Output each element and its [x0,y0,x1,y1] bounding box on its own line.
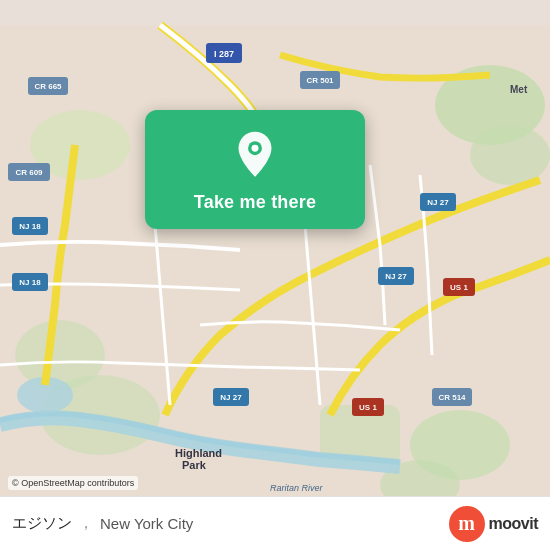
map-background: I 287 CR 665 CR 501 CR 529 CR 609 NJ 27 … [0,0,550,550]
svg-text:Highland: Highland [175,447,222,459]
location-name: エジソン [12,514,72,533]
svg-text:I 287: I 287 [214,49,234,59]
moovit-logo-text: moovit [489,515,538,533]
location-pin-icon [229,130,281,182]
svg-point-6 [15,320,105,390]
svg-text:CR 665: CR 665 [34,82,62,91]
svg-text:Met: Met [510,84,528,95]
svg-point-41 [252,145,259,152]
svg-text:US 1: US 1 [450,283,468,292]
svg-text:NJ 27: NJ 27 [385,272,407,281]
moovit-logo: m moovit [449,506,538,542]
svg-point-2 [470,125,550,185]
svg-text:NJ 27: NJ 27 [220,393,242,402]
map-attribution: © OpenStreetMap contributors [8,476,138,490]
svg-text:US 1: US 1 [359,403,377,412]
location-card: Take me there [145,110,365,229]
svg-text:CR 501: CR 501 [306,76,334,85]
svg-text:Raritan River: Raritan River [270,483,324,493]
location-city: New York City [100,515,193,532]
moovit-logo-mark: m [449,506,485,542]
svg-text:NJ 18: NJ 18 [19,278,41,287]
bottom-bar: エジソン ， New York City m moovit [0,496,550,550]
map-container: I 287 CR 665 CR 501 CR 529 CR 609 NJ 27 … [0,0,550,550]
svg-text:CR 609: CR 609 [15,168,43,177]
svg-text:CR 514: CR 514 [438,393,466,402]
svg-text:NJ 18: NJ 18 [19,222,41,231]
svg-text:NJ 27: NJ 27 [427,198,449,207]
take-me-there-button[interactable]: Take me there [194,192,316,213]
separator: ， [78,513,94,534]
svg-text:Park: Park [182,459,207,471]
